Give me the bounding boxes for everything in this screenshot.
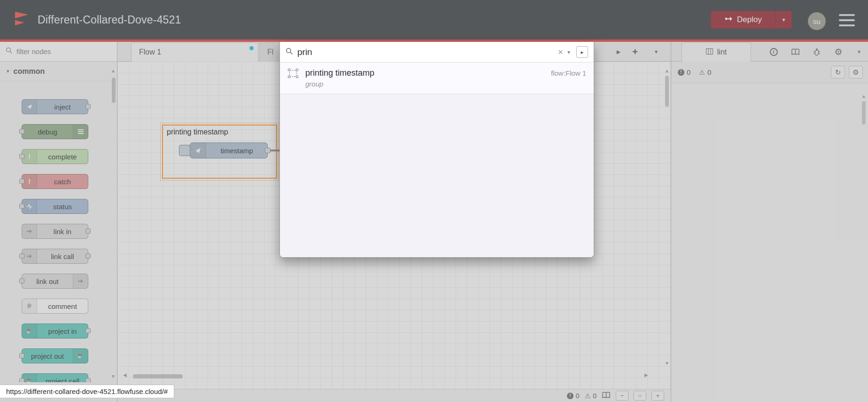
group-icon — [287, 68, 299, 80]
search-dialog: × ▾ ▸ printing timestamp flow:Flow 1 gro… — [279, 42, 594, 258]
search-result-item[interactable]: printing timestamp flow:Flow 1 group — [280, 63, 594, 94]
result-location: flow:Flow 1 — [551, 69, 586, 77]
clear-search-icon[interactable]: × — [558, 47, 563, 57]
search-icon — [286, 47, 293, 57]
search-dialog-header: × ▾ ▸ — [280, 42, 594, 63]
search-result-body: printing timestamp flow:Flow 1 group — [305, 68, 586, 88]
search-options-chevron-icon[interactable]: ▾ — [567, 49, 570, 55]
search-expand-button[interactable]: ▸ — [576, 46, 588, 58]
browser-status-url: https://different-collared-dove-4521.flo… — [0, 385, 174, 398]
result-type: group — [305, 80, 586, 88]
search-results-list: printing timestamp flow:Flow 1 group — [280, 63, 594, 257]
search-input[interactable] — [297, 47, 554, 57]
result-title: printing timestamp — [305, 68, 374, 78]
